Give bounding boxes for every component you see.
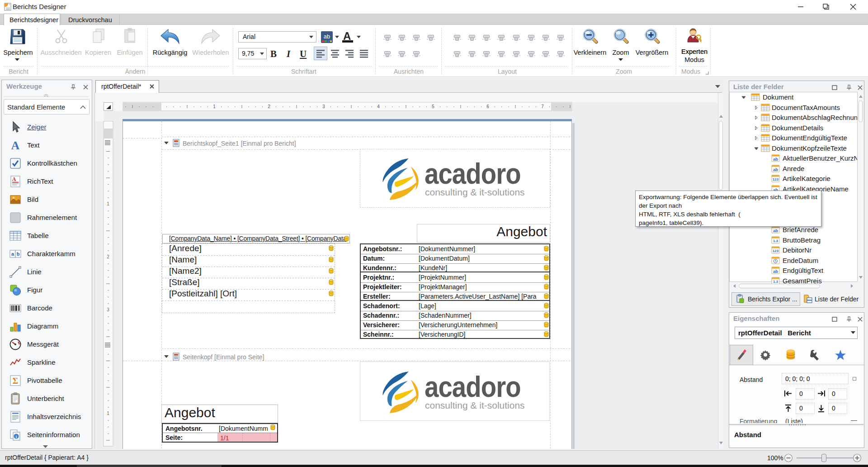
svg-text:acadoro: acadoro (425, 157, 521, 190)
svg-text:acadoro: acadoro (425, 371, 521, 403)
svg-text:1.3: 1.3 (773, 280, 778, 284)
svg-text:ab: ab (773, 157, 778, 162)
svg-text:2: 2 (268, 104, 270, 109)
svg-text:b: b (17, 251, 20, 257)
svg-text:consulting & it-solutions: consulting & it-solutions (425, 400, 525, 410)
svg-text:6: 6 (486, 104, 489, 109)
svg-text:1: 1 (107, 411, 109, 416)
svg-text:1.3: 1.3 (773, 239, 778, 243)
svg-text:4: 4 (377, 104, 380, 109)
svg-text:3: 3 (322, 104, 325, 109)
svg-text:3: 3 (107, 307, 109, 312)
svg-text:1: 1 (107, 201, 109, 206)
svg-text:ab: ab (773, 269, 778, 274)
svg-text:1: 1 (213, 104, 216, 109)
svg-text:2: 2 (107, 254, 109, 259)
svg-text:A: A (12, 176, 16, 182)
svg-text:a: a (11, 251, 14, 257)
svg-text:ab: ab (773, 228, 778, 233)
svg-text:5: 5 (432, 104, 434, 109)
svg-text:Σ: Σ (13, 376, 18, 386)
svg-text:ab: ab (773, 167, 778, 172)
svg-text:ab: ab (324, 33, 330, 40)
svg-text:7: 7 (541, 104, 544, 109)
svg-text:123: 123 (773, 177, 779, 181)
svg-text:A: A (11, 139, 20, 152)
svg-text:123: 123 (773, 249, 779, 253)
svg-text:consulting & it-solutions: consulting & it-solutions (425, 187, 525, 197)
